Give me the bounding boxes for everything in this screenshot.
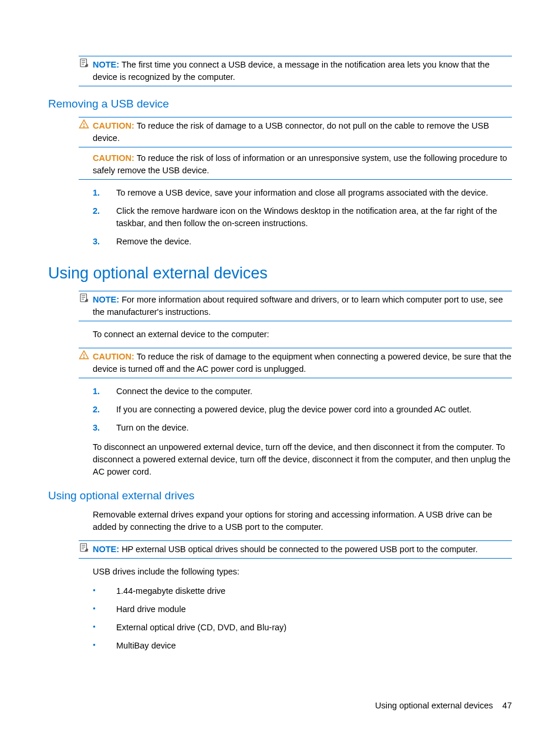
- note-icon: [79, 293, 89, 303]
- bullet-item: MultiBay device: [93, 640, 512, 652]
- step-text: Turn on the device.: [116, 423, 189, 432]
- note-block: NOTE: The first time you connect a USB d…: [79, 56, 512, 86]
- note-block: NOTE: For more information about require…: [79, 291, 512, 321]
- svg-point-5: [83, 357, 84, 358]
- caution-block: CAUTION: To reduce the risk of damage to…: [79, 348, 512, 378]
- note-label: NOTE:: [93, 295, 119, 304]
- steps-list: 1. Connect the device to the computer. 2…: [93, 385, 512, 434]
- footer-page-number: 47: [502, 701, 512, 710]
- page-footer: Using optional external devices 47: [375, 700, 512, 712]
- caution-block: CAUTION: To reduce the risk of loss of i…: [79, 150, 512, 180]
- caution-text: To reduce the risk of damage to a USB co…: [93, 121, 489, 143]
- step-text: Remove the device.: [116, 237, 191, 246]
- heading-removing-usb: Removing a USB device: [48, 96, 512, 112]
- footer-title: Using optional external devices: [375, 701, 493, 710]
- step-item: 3. Remove the device.: [93, 236, 512, 248]
- caution-text: To reduce the risk of damage to the equi…: [93, 352, 511, 374]
- caution-label: CAUTION:: [93, 352, 134, 361]
- steps-list: 1. To remove a USB device, save your inf…: [93, 187, 512, 248]
- note-text: For more information about required soft…: [93, 295, 503, 317]
- page-content: NOTE: The first time you connect a USB d…: [48, 56, 512, 652]
- note-icon: [79, 542, 89, 553]
- caution-label: CAUTION:: [93, 153, 134, 163]
- step-item: 2. Click the remove hardware icon on the…: [93, 205, 512, 230]
- note-label: NOTE:: [93, 545, 119, 554]
- step-number: 1.: [93, 187, 100, 199]
- bullet-item: 1.44-megabyte diskette drive: [93, 585, 512, 597]
- step-item: 3. Turn on the device.: [93, 422, 512, 434]
- heading-optional-devices: Using optional external devices: [48, 262, 512, 285]
- step-number: 2.: [93, 205, 100, 217]
- body-text: Removable external drives expand your op…: [93, 509, 512, 533]
- caution-icon: [79, 119, 89, 129]
- note-block: NOTE: HP external USB optical drives sho…: [79, 540, 512, 559]
- bullet-item: Hard drive module: [93, 603, 512, 616]
- caution-text: To reduce the risk of loss of informatio…: [93, 153, 507, 175]
- step-text: Connect the device to the computer.: [116, 387, 252, 396]
- body-text: USB drives include the following types:: [93, 566, 512, 578]
- step-text: To remove a USB device, save your inform…: [116, 188, 488, 197]
- step-item: 2. If you are connecting a powered devic…: [93, 404, 512, 416]
- bullet-item: External optical drive (CD, DVD, and Blu…: [93, 621, 512, 634]
- step-number: 2.: [93, 404, 100, 416]
- caution-icon: [79, 350, 89, 360]
- body-text: To disconnect an unpowered external devi…: [93, 441, 512, 478]
- step-number: 3.: [93, 422, 100, 434]
- step-number: 1.: [93, 385, 100, 398]
- note-icon: [79, 58, 89, 68]
- heading-optional-drives: Using optional external drives: [48, 488, 512, 504]
- svg-point-2: [83, 126, 84, 126]
- bullet-list: 1.44-megabyte diskette drive Hard drive …: [93, 585, 512, 652]
- caution-block: CAUTION: To reduce the risk of damage to…: [79, 117, 512, 147]
- note-text: The first time you connect a USB device,…: [93, 60, 490, 82]
- note-label: NOTE:: [93, 60, 119, 69]
- step-number: 3.: [93, 236, 100, 248]
- note-text: HP external USB optical drives should be…: [122, 545, 478, 554]
- step-item: 1. Connect the device to the computer.: [93, 385, 512, 398]
- step-text: If you are connecting a powered device, …: [116, 405, 471, 414]
- step-text: Click the remove hardware icon on the Wi…: [116, 206, 497, 228]
- body-text: To connect an external device to the com…: [93, 328, 512, 341]
- step-item: 1. To remove a USB device, save your inf…: [93, 187, 512, 199]
- caution-label: CAUTION:: [93, 121, 134, 130]
